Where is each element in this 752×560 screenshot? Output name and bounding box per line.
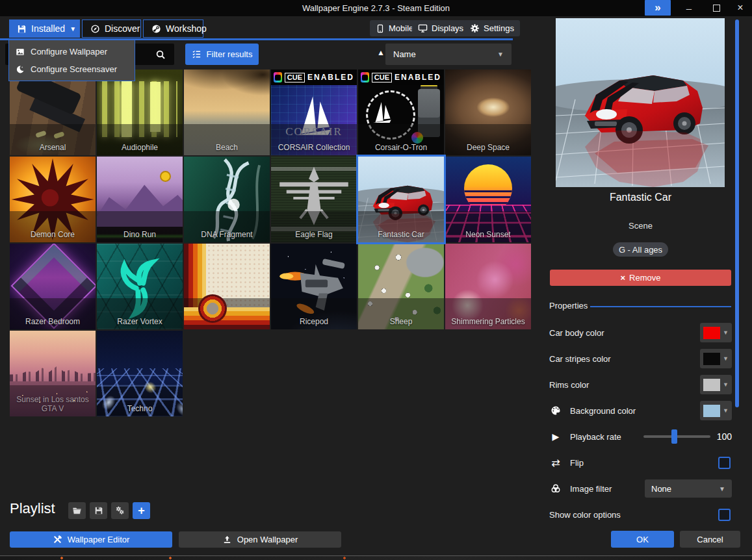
slider-handle[interactable] [671, 429, 677, 444]
wallpaper-tile-eagle-flag[interactable]: Eagle Flag [271, 157, 357, 242]
wallpaper-tile-techno[interactable]: Techno [97, 331, 183, 416]
close-button[interactable]: × [731, 0, 750, 16]
filter-list-icon [192, 49, 201, 59]
add-playlist-button[interactable]: + [133, 502, 150, 519]
wallpaper-tile-dino-run[interactable]: Dino Run [97, 157, 183, 242]
floppy-icon [94, 506, 103, 515]
cancel-button[interactable]: Cancel [680, 531, 740, 548]
wallpaper-tile-corsair-o-tron[interactable]: CUEENABLEDCorsair-O-Tron [358, 70, 444, 155]
wallpaper-tile-beach[interactable]: Beach [184, 70, 270, 155]
wallpaper-tile-shimmering-particles[interactable]: Shimmering Particles [445, 244, 531, 329]
tile-title: Deep Space [447, 143, 530, 152]
tile-title: Sunset in Los santos GTA V [11, 395, 94, 413]
floppy-icon [17, 24, 27, 34]
slider-track[interactable] [643, 435, 710, 438]
menu-item-configure-screensaver[interactable]: Configure Screensaver [9, 60, 135, 78]
tile-title: Eagle Flag [272, 230, 356, 239]
wallpaper-tile-neon-sunset[interactable]: Neon Sunset [445, 157, 531, 242]
caret-down-icon: ▼ [723, 407, 729, 414]
remove-button[interactable]: × Remove [550, 270, 731, 286]
tile-title: Demon Core [11, 230, 94, 239]
detail-type: Scene [549, 221, 732, 231]
rating-badge: G - All ages [613, 242, 668, 257]
tile-title: Techno [98, 404, 181, 413]
sort-by-select[interactable]: Name ▼ [385, 44, 512, 65]
caret-down-icon: ▼ [719, 485, 725, 492]
filter-results-button[interactable]: Filter results [185, 44, 259, 65]
maximize-icon [713, 5, 720, 12]
cue-enabled-banner: CUEENABLED [271, 70, 357, 85]
icue-logo-icon [361, 72, 369, 83]
checkbox[interactable] [718, 457, 731, 469]
wallpaper-tile-retro[interactable]: Retro [184, 244, 270, 329]
panel-scrollbar-thumb[interactable] [735, 19, 739, 407]
tile-title: Retro [185, 317, 268, 326]
color-swatch [703, 379, 720, 391]
search-icon [155, 49, 166, 60]
wallpaper-grid: ArsenalAudiophileBeachCORSAIRCUEENABLEDC… [10, 70, 532, 418]
tile-title: Arsenal [11, 143, 94, 152]
property-row-rims-color: Rims color▼ [549, 372, 732, 398]
search-button[interactable] [149, 46, 172, 62]
tile-title: DNA Fragment [185, 230, 268, 239]
tile-title: Fantastic Car [359, 230, 443, 239]
settings-button[interactable]: Settings [464, 20, 520, 36]
open-wallpaper-button[interactable]: Open Wallpaper [179, 531, 341, 548]
minimize-button[interactable]: – [677, 0, 701, 16]
tile-title: Corsair-O-Tron [359, 143, 443, 152]
installed-dropdown-menu: Configure Wallpaper Configure Screensave… [8, 40, 135, 81]
properties-heading: Properties [549, 301, 588, 311]
tab-discover[interactable]: Discover [82, 19, 141, 38]
tile-shade [10, 385, 96, 416]
wallpaper-tile-deep-space[interactable]: Deep Space [445, 70, 531, 155]
image-filter-select[interactable]: None▼ [645, 479, 732, 498]
wallpaper-tile-dna-fragment[interactable]: DNA Fragment [184, 157, 270, 242]
property-row-background-color: Background color▼ [549, 398, 732, 424]
caret-down-icon: ▼ [723, 355, 729, 362]
tile-title: Beach [185, 143, 268, 152]
ok-button[interactable]: OK [611, 531, 674, 548]
wallpaper-tile-demon-core[interactable]: Demon Core [10, 157, 96, 242]
app-window: Wallpaper Engine 2.7.3 - Steam Edition »… [0, 0, 752, 556]
color-swatch-control[interactable]: ▼ [700, 401, 732, 420]
save-playlist-button[interactable] [90, 502, 107, 519]
wallpaper-tile-razer-vortex[interactable]: Razer Vortex [97, 244, 183, 329]
tab-installed[interactable]: Installed ▼ [9, 19, 80, 38]
tab-workshop[interactable]: Workshop [143, 19, 203, 38]
wallpaper-editor-button[interactable]: Wallpaper Editor [10, 531, 172, 548]
tile-title: Sheep [359, 317, 443, 326]
close-x-icon: × [620, 273, 625, 283]
displays-button[interactable]: Displays [412, 20, 469, 36]
tile-title: CORSAIR Collection [272, 143, 356, 152]
property-row-car-body-color: Car body color▼ [549, 320, 732, 346]
color-swatch-control[interactable]: ▼ [700, 375, 732, 394]
filter-circles-icon [549, 483, 562, 494]
collapse-panel-button[interactable]: » [645, 0, 671, 16]
wallpaper-tile-sunset-in-los-santos[interactable]: Sunset in Los santos GTA V [10, 331, 96, 416]
wallpaper-tile-arsenal[interactable]: Arsenal [10, 70, 96, 155]
property-row-image-filter: Image filterNone▼ [549, 476, 732, 502]
palette-icon [549, 405, 562, 416]
detail-title: Fantastic Car [549, 192, 732, 203]
desktop-background-strip [0, 556, 752, 560]
wallpaper-tile-fantastic-car[interactable]: Fantastic Car [358, 157, 444, 242]
caret-down-icon: ▼ [497, 51, 504, 58]
wallpaper-tile-razer-bedroom[interactable]: Razer Bedroom [10, 244, 96, 329]
maximize-button[interactable] [705, 0, 728, 16]
menu-item-configure-wallpaper[interactable]: Configure Wallpaper [9, 43, 135, 60]
upload-icon [222, 535, 232, 544]
open-playlist-button[interactable] [68, 502, 86, 519]
moon-icon [16, 65, 25, 74]
monitor-icon [418, 23, 428, 33]
checkbox[interactable] [718, 509, 731, 521]
color-swatch-control[interactable]: ▼ [700, 323, 732, 342]
wallpaper-tile-audiophile[interactable]: Audiophile [97, 70, 183, 155]
property-label: Playback rate [570, 432, 621, 442]
playlist-settings-button[interactable] [111, 502, 129, 519]
wallpaper-tile-ricepod[interactable]: Ricepod [271, 244, 357, 329]
wallpaper-tile-sheep[interactable]: Sheep [358, 244, 444, 329]
wallpaper-tile-corsair-collection[interactable]: CORSAIRCUEENABLEDCORSAIR Collection [271, 70, 357, 155]
property-row-show-color-options: Show color options [549, 502, 732, 528]
caret-down-icon: ▼ [723, 381, 729, 388]
color-swatch-control[interactable]: ▼ [700, 349, 732, 368]
